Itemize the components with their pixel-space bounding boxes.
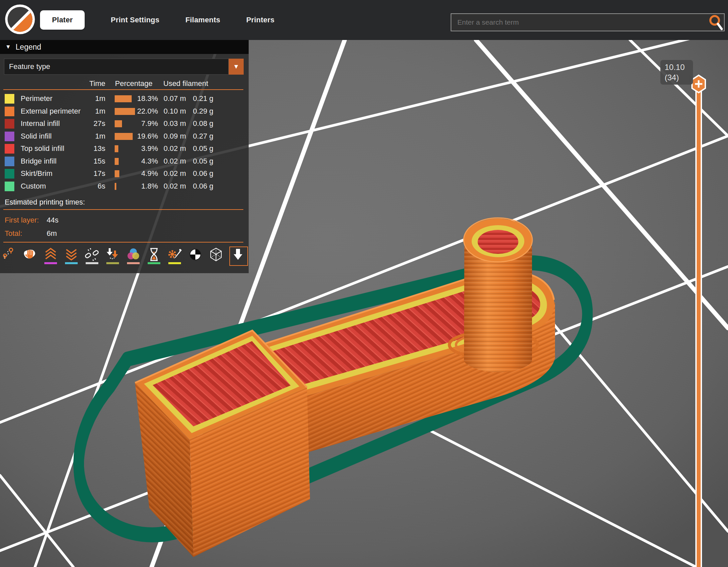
estimated-times-title: Estimated printing times: <box>5 198 85 207</box>
feature-percent-bar <box>115 145 118 152</box>
retractions-toggle[interactable] <box>43 247 59 266</box>
feature-filament-weight: 0.21 g <box>181 94 213 103</box>
search-icon[interactable] <box>708 14 723 31</box>
feature-filament-weight: 0.29 g <box>181 107 213 116</box>
feature-label: Top solid infill <box>21 144 64 153</box>
pause-prints-toggle[interactable] <box>147 247 162 266</box>
center-of-gravity-toggle[interactable] <box>188 247 203 266</box>
option-underline <box>168 262 181 264</box>
feature-row: Internal infill27s7.9%0.03 m0.08 g <box>0 118 249 130</box>
feature-color-swatch <box>5 107 14 116</box>
slicer-logo-icon[interactable] <box>5 4 35 35</box>
tooltip-layer-number: (34) <box>665 72 693 83</box>
feature-label: Custom <box>21 182 46 191</box>
collapse-triangle-icon[interactable]: ▼ <box>5 44 11 50</box>
column-used-filament: Used filament <box>163 79 208 88</box>
tab-printers[interactable]: Printers <box>246 16 275 24</box>
chevron-down-icon: ▼ <box>233 63 239 70</box>
layer-slider-tooltip: 10.10 (34) <box>660 60 693 85</box>
divider <box>3 209 243 210</box>
tool-marker-toggle[interactable] <box>229 247 248 266</box>
option-underline <box>65 262 78 264</box>
feature-filament-weight: 0.05 g <box>181 157 213 166</box>
feature-percentage: 3.9% <box>127 144 158 153</box>
retractions-icon <box>43 247 58 262</box>
wipe-toggle[interactable] <box>23 247 38 266</box>
pause-prints-icon <box>147 247 161 262</box>
feature-color-swatch <box>5 94 14 104</box>
legend-header[interactable]: ▼ Legend <box>0 40 249 54</box>
feature-time: 1m <box>79 107 105 116</box>
search-box[interactable] <box>451 13 725 31</box>
feature-row: Solid infill1m19.6%0.09 m0.27 g <box>0 130 249 143</box>
feature-color-swatch <box>5 119 14 129</box>
tab-print-settings[interactable]: Print Settings <box>111 16 159 24</box>
total-label: Total: <box>5 229 22 238</box>
feature-percent-bar <box>115 183 116 190</box>
travel-moves-toggle[interactable] <box>2 247 17 266</box>
first-layer-value: 44s <box>47 216 58 225</box>
feature-label: Skirt/Brim <box>21 169 52 178</box>
custom-gcode-toggle[interactable] <box>167 247 183 266</box>
feature-label: Internal infill <box>21 119 60 128</box>
feature-percentage: 4.9% <box>127 169 158 178</box>
divider <box>3 89 243 90</box>
feature-row: Custom6s1.8%0.02 m0.06 g <box>0 180 249 193</box>
option-underline <box>106 262 119 264</box>
feature-color-swatch <box>5 169 14 179</box>
custom-gcode-icon <box>167 247 182 262</box>
feature-percentage: 22.0% <box>127 107 158 116</box>
feature-label: Bridge infill <box>21 157 57 166</box>
feature-time: 17s <box>79 169 105 178</box>
option-underline <box>44 262 57 264</box>
feature-filament-weight: 0.06 g <box>181 169 213 178</box>
feature-time: 13s <box>79 144 105 153</box>
tool-changes-toggle[interactable] <box>105 247 121 266</box>
view-type-dropdown[interactable]: Feature type <box>4 59 229 75</box>
feature-time: 1m <box>79 132 105 141</box>
tab-filaments[interactable]: Filaments <box>185 16 220 24</box>
tooltip-height-value: 10.10 <box>665 62 693 72</box>
feature-row: Top solid infill13s3.9%0.02 m0.05 g <box>0 143 249 155</box>
view-type-value: Feature type <box>9 62 50 71</box>
legend-title: Legend <box>16 43 41 52</box>
tab-plater[interactable]: Plater <box>40 10 85 30</box>
seams-toggle[interactable] <box>85 247 100 266</box>
center-of-gravity-icon <box>188 247 203 262</box>
model-block <box>135 330 310 557</box>
feature-time: 27s <box>79 119 105 128</box>
feature-color-swatch <box>5 144 14 154</box>
feature-row: Perimeter1m18.3%0.07 m0.21 g <box>0 93 249 105</box>
feature-percent-bar <box>115 170 119 177</box>
feature-percentage: 19.6% <box>127 132 158 141</box>
deretractions-icon <box>64 247 79 262</box>
color-changes-icon <box>126 247 141 262</box>
feature-row: External perimeter1m22.0%0.10 m0.29 g <box>0 105 249 118</box>
feature-time: 15s <box>79 157 105 166</box>
feature-row: Bridge infill15s4.3%0.02 m0.05 g <box>0 155 249 168</box>
feature-color-swatch <box>5 182 14 191</box>
deretractions-toggle[interactable] <box>64 247 79 266</box>
feature-label: External perimeter <box>21 107 81 116</box>
feature-color-swatch <box>5 157 14 166</box>
shells-icon <box>209 247 223 262</box>
feature-filament-weight: 0.27 g <box>181 132 213 141</box>
color-changes-toggle[interactable] <box>126 247 141 266</box>
option-underline <box>127 262 140 264</box>
top-bar: Plater Print Settings Filaments Printers <box>0 0 728 40</box>
shells-toggle[interactable] <box>209 247 224 266</box>
feature-label: Solid infill <box>21 132 52 141</box>
view-type-dropdown-button[interactable]: ▼ <box>229 59 244 75</box>
wipe-icon <box>23 247 37 262</box>
option-underline <box>86 262 98 264</box>
column-time: Time <box>79 79 105 88</box>
search-input[interactable] <box>451 18 708 26</box>
feature-row: Skirt/Brim17s4.9%0.02 m0.06 g <box>0 168 249 180</box>
feature-filament-weight: 0.05 g <box>181 144 213 153</box>
feature-filament-weight: 0.06 g <box>181 182 213 191</box>
gcode-viewer-window: Plater Print Settings Filaments Printers… <box>0 0 728 567</box>
view-options-toolbar <box>2 247 253 266</box>
option-underline <box>148 262 160 264</box>
feature-rows: Perimeter1m18.3%0.07 m0.21 gExternal per… <box>0 93 249 193</box>
layer-slider-track[interactable] <box>695 88 702 567</box>
